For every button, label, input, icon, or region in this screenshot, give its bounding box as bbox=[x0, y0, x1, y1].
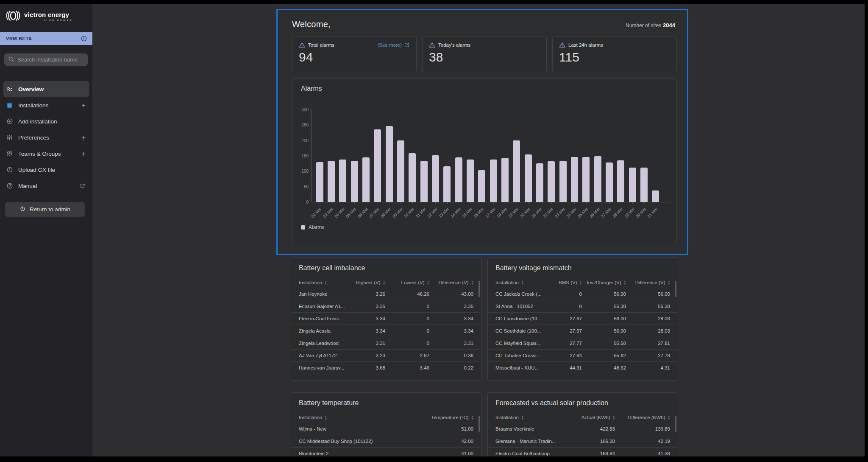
chart-bar[interactable] bbox=[640, 168, 648, 202]
table-row[interactable]: Blomfontein 241.00 bbox=[291, 447, 481, 456]
sidebar-item-label: Installations bbox=[18, 102, 48, 109]
cell-value: 44.31 bbox=[543, 365, 582, 370]
x-axis-tick bbox=[656, 202, 656, 204]
chart-bar[interactable] bbox=[490, 160, 497, 202]
table-scrollbar[interactable] bbox=[675, 281, 676, 297]
chart-bar[interactable] bbox=[501, 158, 509, 202]
chart-bar[interactable] bbox=[617, 160, 624, 202]
return-to-admin-button[interactable]: Return to admin bbox=[5, 202, 85, 217]
sort-icon[interactable]: ▲▼ bbox=[471, 280, 473, 285]
sort-icon[interactable]: ▲▼ bbox=[668, 280, 670, 285]
cell-installation: Electro-Cool Fossi... bbox=[299, 316, 346, 321]
chart-bar[interactable] bbox=[316, 162, 323, 202]
chart-bar[interactable] bbox=[594, 156, 601, 202]
table-row[interactable]: Hannes van Jaarsv...3.683.460.22 bbox=[291, 361, 481, 374]
sort-icon[interactable]: ▲▼ bbox=[521, 280, 523, 285]
table-row[interactable]: CC Middestad Buy Shop (101122)42.00 bbox=[291, 435, 481, 447]
chart-bar[interactable] bbox=[386, 126, 393, 202]
chart-bar[interactable] bbox=[328, 161, 335, 202]
chart-bar[interactable] bbox=[606, 162, 613, 202]
sidebar-item-preferences[interactable]: Preferences+ bbox=[3, 129, 89, 146]
plus-icon[interactable]: + bbox=[81, 134, 86, 141]
plus-icon[interactable]: + bbox=[81, 102, 86, 109]
sort-icon[interactable]: ▲▼ bbox=[325, 280, 327, 285]
table-scrollbar[interactable] bbox=[479, 281, 480, 297]
column-header-label: Difference (V) bbox=[439, 280, 469, 285]
table-row[interactable]: Braams Voerkrale422.83139.89 bbox=[488, 423, 678, 435]
sidebar-item-upload-gx-file[interactable]: Upload GX file bbox=[3, 162, 89, 178]
column-header-label: Installation bbox=[299, 280, 322, 285]
cell-value: 422.83 bbox=[560, 426, 615, 431]
table-row[interactable]: CC Tubatse Crossi...27.8455.6227.78 bbox=[488, 349, 678, 361]
sort-icon[interactable]: ▲▼ bbox=[521, 415, 523, 420]
external-link-icon[interactable] bbox=[80, 183, 86, 189]
cell-value: 48.62 bbox=[582, 365, 626, 370]
chart-bar[interactable] bbox=[536, 163, 543, 202]
cell-value: 27.78 bbox=[626, 353, 670, 358]
sidebar-item-manual[interactable]: Manual bbox=[3, 178, 89, 194]
chart-bar[interactable] bbox=[559, 161, 567, 202]
cell-value: 27.84 bbox=[543, 353, 582, 358]
y-axis-tick-label: 100 bbox=[292, 169, 309, 174]
sidebar-item-installations[interactable]: Installations+ bbox=[3, 97, 89, 113]
sidebar-item-teams-groups[interactable]: Teams & Groups+ bbox=[3, 146, 89, 162]
chart-bar[interactable] bbox=[339, 160, 346, 202]
info-icon[interactable] bbox=[81, 35, 87, 42]
chart-bar[interactable] bbox=[652, 190, 659, 202]
chart-bar[interactable] bbox=[467, 160, 474, 202]
chart-bar[interactable] bbox=[432, 155, 439, 202]
cell-value: 3.35 bbox=[346, 304, 385, 309]
chart-bar[interactable] bbox=[525, 154, 532, 202]
sidebar-item-add-installation[interactable]: Add installation bbox=[3, 113, 89, 129]
x-axis-tick bbox=[435, 202, 436, 204]
cell-value: 3.31 bbox=[346, 341, 385, 346]
chart-bar[interactable] bbox=[443, 166, 451, 202]
table-title: Forecasted vs actual solar production bbox=[488, 393, 678, 407]
table-row[interactable]: CC Southdale (100...27.9756.0028.03 bbox=[488, 325, 678, 337]
sites-value: 2044 bbox=[663, 22, 675, 28]
chart-bar[interactable] bbox=[397, 140, 404, 202]
search-input[interactable] bbox=[17, 56, 84, 63]
sidebar-item-overview[interactable]: Overview bbox=[3, 81, 89, 97]
table-row[interactable]: Glentana - Marunic Tradin...166.2842.19 bbox=[488, 435, 678, 447]
stat-card-header: Last 24h alarms bbox=[559, 42, 670, 48]
table-row[interactable]: Jan Heyneke3.2646.2643.00 bbox=[291, 288, 481, 300]
sort-icon[interactable]: ▲▼ bbox=[325, 415, 327, 420]
cell-value: 166.28 bbox=[560, 439, 615, 444]
chart-bar[interactable] bbox=[513, 140, 520, 202]
sort-icon[interactable]: ▲▼ bbox=[471, 415, 473, 420]
sort-icon[interactable]: ▲▼ bbox=[668, 415, 670, 420]
column-header-label: Installation bbox=[299, 415, 322, 420]
chart-bar[interactable] bbox=[478, 170, 485, 202]
chart-bar[interactable] bbox=[629, 168, 636, 202]
chart-bar[interactable] bbox=[420, 161, 428, 202]
table-scrollbar[interactable] bbox=[479, 416, 480, 432]
chart-bar[interactable] bbox=[571, 157, 578, 202]
chart-bar[interactable] bbox=[455, 157, 462, 202]
table-scrollbar[interactable] bbox=[675, 416, 676, 432]
chart-bar[interactable] bbox=[351, 161, 358, 202]
table-row[interactable]: Electro-Cool Bothashoop168.8441.36 bbox=[488, 447, 678, 456]
table-row[interactable]: St Anna - 101052055.3855.38 bbox=[488, 300, 678, 312]
table-row[interactable]: AJ Van Zyl A11723.232.870.36 bbox=[291, 349, 481, 361]
plus-icon[interactable]: + bbox=[81, 150, 86, 157]
table-row[interactable]: Zingela Leadwood3.3103.31 bbox=[291, 337, 481, 349]
cell-value: 3.23 bbox=[346, 353, 385, 358]
table-row[interactable]: CC Jackals Creek (...056.0056.00 bbox=[488, 288, 678, 300]
chart-bar[interactable] bbox=[582, 157, 590, 202]
table-row[interactable]: CC Mayfield Squar...27.7755.5827.81 bbox=[488, 337, 678, 349]
table-row[interactable]: Wijma - New51.00 bbox=[291, 423, 481, 435]
chart-bar[interactable] bbox=[362, 157, 370, 202]
table-row[interactable]: Electro-Cool Fossi...3.3403.34 bbox=[291, 312, 481, 325]
x-axis-tick bbox=[320, 202, 320, 204]
table-row[interactable]: Zingela Acasia3.3403.34 bbox=[291, 325, 481, 337]
chart-legend[interactable]: Alarms bbox=[301, 224, 324, 230]
chart-bar[interactable] bbox=[548, 161, 555, 202]
table-row[interactable]: CC Lansdowne (10...27.9756.0028.03 bbox=[488, 312, 678, 325]
chart-bar[interactable] bbox=[374, 129, 381, 202]
cell-value: 27.81 bbox=[626, 341, 670, 346]
see-more-link[interactable]: (See more) bbox=[377, 42, 410, 48]
table-row[interactable]: Mosselbaai - KUU...44.3148.624.31 bbox=[488, 361, 678, 374]
chart-bar[interactable] bbox=[409, 153, 416, 202]
table-row[interactable]: Ecosun Gajoder A1...3.3503.35 bbox=[291, 300, 481, 312]
